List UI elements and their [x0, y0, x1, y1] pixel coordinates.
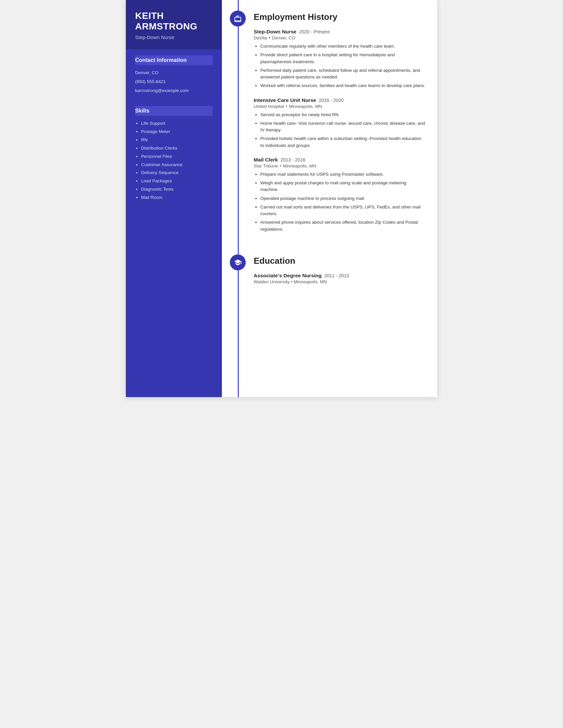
contact-phone: (650) 555-8421: [135, 79, 212, 85]
job-bullet: Performed daily patient care, scheduled …: [260, 67, 425, 81]
job-company: Star Tribune•Minneapolis, MN: [254, 163, 425, 168]
employment-section: Employment History Step-Down Nurse2020 -…: [222, 0, 437, 244]
job-bullet: Provide direct patient care in a hospita…: [260, 52, 425, 65]
job-bullet: Worked with referral sources, families a…: [260, 82, 425, 89]
job-title: Step-Down Nurse: [254, 29, 297, 35]
job-bullet: Prepare mail statements for USPS using P…: [260, 171, 425, 178]
skill-item: Load Packages: [141, 178, 212, 184]
job-bullet: Operated postage machine to process outg…: [260, 195, 425, 202]
job-header: Step-Down Nurse2020 - Present: [254, 29, 425, 35]
job-bullets: Served as preceptor for newly hired RNHo…: [254, 112, 425, 149]
resume-container: KEITH ARMSTRONG Step-Down Nurse Contact …: [126, 0, 437, 397]
job-title: Mail Clerk: [254, 157, 278, 163]
education-section-title: Education: [254, 256, 425, 266]
job-bullets: Prepare mail statements for USPS using P…: [254, 171, 425, 233]
edu-header: Associate's Degree Nursing2011 - 2013: [254, 273, 425, 279]
job-dates: 2020 - Present: [299, 29, 330, 34]
job-title: Intensive Care Unit Nurse: [254, 97, 316, 103]
edu-degree: Associate's Degree Nursing: [254, 273, 322, 278]
job-bullet: Answered phone inquires about services o…: [260, 219, 425, 233]
skill-item: Diagnostic Tests: [141, 186, 212, 193]
job-bullets: Communicate regularly with other members…: [254, 43, 425, 89]
job-block: Step-Down Nurse2020 - PresentDaVita•Denv…: [254, 29, 425, 89]
education-section: Education Associate's Degree Nursing2011…: [222, 244, 437, 291]
skills-section: Skills Life SupportPostage MeterRNDistri…: [126, 100, 222, 206]
skill-item: Delivery Sequence: [141, 170, 212, 176]
job-bullet: Carried out mail sorts and deliveries fr…: [260, 204, 425, 217]
contact-location: Denver, CO: [135, 70, 212, 76]
job-company: DaVita•Denver, CO: [254, 35, 425, 40]
employment-icon: [230, 11, 246, 26]
job-header: Mail Clerk2013 - 2016: [254, 157, 425, 163]
employment-section-title: Employment History: [254, 12, 425, 22]
skills-list: Life SupportPostage MeterRNDistribution …: [135, 120, 212, 201]
job-dates: 2013 - 2016: [280, 157, 305, 162]
edu-container: Associate's Degree Nursing2011 - 2013Wal…: [254, 273, 425, 284]
job-block: Intensive Care Unit Nurse2016 - 2020Unit…: [254, 97, 425, 149]
graduation-icon: [234, 258, 242, 266]
job-bullet: Home health care- Visit nurse/on call nu…: [260, 120, 425, 134]
contact-email: karmstrong@example.com: [135, 88, 212, 94]
edu-school: Walden University • Minneapolis, MN: [254, 279, 425, 284]
job-dates: 2016 - 2020: [319, 98, 344, 103]
skill-item: Life Support: [141, 120, 212, 127]
briefcase-icon: [234, 15, 242, 23]
skill-item: Customer Assurance: [141, 162, 212, 168]
edu-dates: 2011 - 2013: [324, 273, 349, 278]
skill-item: Mail Room: [141, 195, 212, 201]
main-content: Employment History Step-Down Nurse2020 -…: [222, 0, 437, 397]
job-bullet: Provided holistic health care within a s…: [260, 135, 425, 149]
contact-section-title: Contact Information: [135, 55, 212, 65]
job-company: United Hospital•Minneapolis, MN: [254, 104, 425, 109]
skill-item: Postage Meter: [141, 129, 212, 135]
skill-item: Personnel Files: [141, 154, 212, 160]
sidebar-header: KEITH ARMSTRONG Step-Down Nurse: [126, 0, 222, 49]
education-icon: [230, 254, 246, 270]
job-header: Intensive Care Unit Nurse2016 - 2020: [254, 97, 425, 103]
job-bullet: Served as preceptor for newly hired RN: [260, 112, 425, 118]
skills-section-title: Skills: [135, 106, 212, 116]
skill-item: Distribution Clerks: [141, 145, 212, 152]
sidebar: KEITH ARMSTRONG Step-Down Nurse Contact …: [126, 0, 222, 397]
candidate-title: Step-Down Nurse: [135, 34, 212, 40]
candidate-name: KEITH ARMSTRONG: [135, 11, 212, 32]
edu-block: Associate's Degree Nursing2011 - 2013Wal…: [254, 273, 425, 284]
contact-section: Contact Information Denver, CO (650) 555…: [126, 49, 222, 100]
job-bullet: Communicate regularly with other members…: [260, 43, 425, 50]
job-bullet: Weigh and apply postal charges to mail u…: [260, 180, 425, 193]
skill-item: RN: [141, 137, 212, 143]
job-block: Mail Clerk2013 - 2016Star Tribune•Minnea…: [254, 157, 425, 233]
jobs-container: Step-Down Nurse2020 - PresentDaVita•Denv…: [254, 29, 425, 233]
